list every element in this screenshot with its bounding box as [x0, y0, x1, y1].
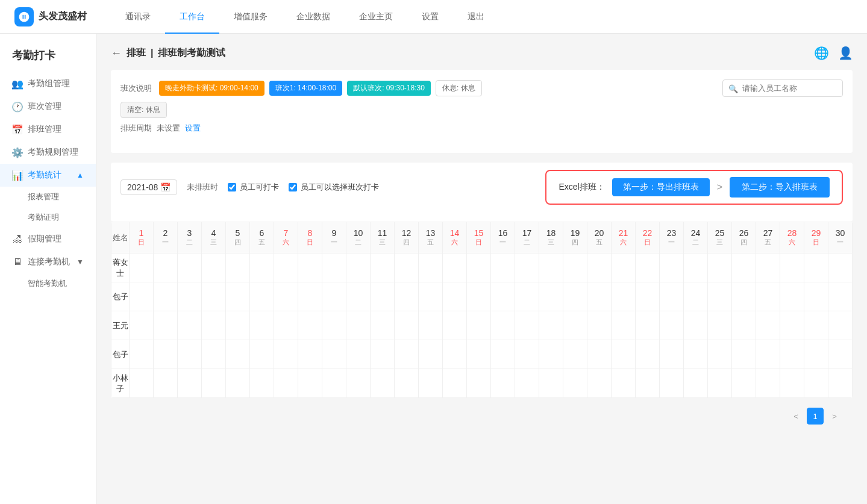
schedule-cell[interactable]	[660, 254, 684, 282]
nav-workspace[interactable]: 工作台	[165, 0, 219, 34]
sidebar-sub-item-cert[interactable]: 考勤证明	[28, 207, 96, 228]
schedule-cell[interactable]	[828, 311, 853, 340]
schedule-cell[interactable]	[612, 254, 636, 282]
schedule-cell[interactable]	[395, 311, 419, 340]
nav-value-added[interactable]: 增值服务	[219, 0, 282, 34]
schedule-cell[interactable]	[515, 311, 539, 340]
schedule-cell[interactable]	[178, 340, 202, 369]
schedule-cell[interactable]	[298, 254, 322, 282]
schedule-cell[interactable]	[828, 340, 853, 369]
schedule-cell[interactable]	[371, 369, 395, 398]
user-circle-icon[interactable]: 👤	[838, 46, 853, 60]
schedule-cell[interactable]	[612, 282, 636, 311]
sidebar-item-shift-management[interactable]: 🕐 班次管理	[0, 95, 96, 118]
schedule-cell[interactable]	[322, 340, 346, 369]
schedule-cell[interactable]	[756, 311, 780, 340]
schedule-cell[interactable]	[250, 311, 274, 340]
schedule-cell[interactable]	[491, 311, 515, 340]
schedule-cell[interactable]	[226, 282, 250, 311]
globe-icon[interactable]: 🌐	[814, 46, 828, 60]
schedule-cell[interactable]	[732, 340, 756, 369]
schedule-cell[interactable]	[371, 282, 395, 311]
schedule-cell[interactable]	[804, 340, 828, 369]
schedule-cell[interactable]	[467, 282, 491, 311]
schedule-cell[interactable]	[443, 311, 467, 340]
schedule-cell[interactable]	[636, 340, 660, 369]
schedule-cell[interactable]	[395, 340, 419, 369]
schedule-cell[interactable]	[636, 369, 660, 398]
schedule-cell[interactable]	[322, 282, 346, 311]
schedule-cell[interactable]	[178, 254, 202, 282]
schedule-cell[interactable]	[154, 254, 178, 282]
schedule-cell[interactable]	[828, 369, 853, 398]
schedule-cell[interactable]	[491, 340, 515, 369]
schedule-cell[interactable]	[780, 282, 804, 311]
checkbox-choose-shift-input[interactable]	[289, 183, 297, 191]
checkbox-can-clock-input[interactable]	[228, 183, 236, 191]
schedule-cell[interactable]	[154, 311, 178, 340]
page-1-btn[interactable]: 1	[807, 408, 824, 425]
import-btn[interactable]: 第二步：导入排班表	[730, 177, 830, 198]
schedule-cell[interactable]	[298, 282, 322, 311]
schedule-cell[interactable]	[612, 369, 636, 398]
schedule-cell[interactable]	[467, 254, 491, 282]
schedule-cell[interactable]	[515, 369, 539, 398]
schedule-cell[interactable]	[732, 254, 756, 282]
schedule-cell[interactable]	[467, 369, 491, 398]
sidebar-item-rules[interactable]: ⚙️ 考勤规则管理	[0, 141, 96, 164]
sidebar-sub-item-smart-device[interactable]: 智能考勤机	[28, 273, 96, 294]
schedule-cell[interactable]	[419, 340, 443, 369]
schedule-cell[interactable]	[226, 369, 250, 398]
checkbox-can-clock[interactable]: 员工可打卡	[228, 182, 279, 193]
schedule-cell[interactable]	[178, 311, 202, 340]
schedule-cell[interactable]	[660, 340, 684, 369]
schedule-cell[interactable]	[660, 369, 684, 398]
schedule-cell[interactable]	[708, 340, 732, 369]
schedule-cell[interactable]	[539, 254, 563, 282]
sidebar-item-stats[interactable]: 📊 考勤统计 ▲	[0, 164, 96, 187]
schedule-cell[interactable]	[780, 369, 804, 398]
schedule-cell[interactable]	[684, 340, 708, 369]
schedule-cell[interactable]	[732, 369, 756, 398]
schedule-cell[interactable]	[395, 254, 419, 282]
prev-page-btn[interactable]: <	[787, 408, 804, 425]
schedule-cell[interactable]	[612, 340, 636, 369]
schedule-cell[interactable]	[515, 254, 539, 282]
schedule-cell[interactable]	[346, 369, 371, 398]
schedule-cell[interactable]	[274, 311, 298, 340]
schedule-cell[interactable]	[515, 340, 539, 369]
schedule-cell[interactable]	[250, 282, 274, 311]
schedule-cell[interactable]	[756, 282, 780, 311]
schedule-cell[interactable]	[130, 340, 154, 369]
schedule-cell[interactable]	[443, 369, 467, 398]
schedule-cell[interactable]	[443, 254, 467, 282]
schedule-cell[interactable]	[226, 311, 250, 340]
schedule-cell[interactable]	[371, 254, 395, 282]
schedule-cell[interactable]	[708, 311, 732, 340]
schedule-cell[interactable]	[780, 340, 804, 369]
schedule-cell[interactable]	[491, 254, 515, 282]
schedule-cell[interactable]	[636, 254, 660, 282]
schedule-cell[interactable]	[563, 369, 587, 398]
schedule-cell[interactable]	[346, 282, 371, 311]
schedule-cell[interactable]	[298, 340, 322, 369]
schedule-cell[interactable]	[419, 282, 443, 311]
schedule-cell[interactable]	[250, 340, 274, 369]
schedule-cell[interactable]	[346, 340, 371, 369]
date-picker[interactable]: 2021-08 📅	[121, 179, 177, 195]
schedule-cell[interactable]	[154, 340, 178, 369]
search-input[interactable]	[722, 79, 843, 97]
sidebar-sub-item-reports[interactable]: 报表管理	[28, 187, 96, 207]
schedule-cell[interactable]	[419, 369, 443, 398]
schedule-cell[interactable]	[563, 282, 587, 311]
schedule-cell[interactable]	[178, 282, 202, 311]
schedule-cell[interactable]	[130, 311, 154, 340]
schedule-cell[interactable]	[636, 282, 660, 311]
schedule-cell[interactable]	[346, 311, 371, 340]
schedule-cell[interactable]	[756, 340, 780, 369]
schedule-cell[interactable]	[804, 311, 828, 340]
schedule-cell[interactable]	[756, 254, 780, 282]
schedule-cell[interactable]	[274, 254, 298, 282]
schedule-cell[interactable]	[708, 254, 732, 282]
schedule-cell[interactable]	[684, 369, 708, 398]
